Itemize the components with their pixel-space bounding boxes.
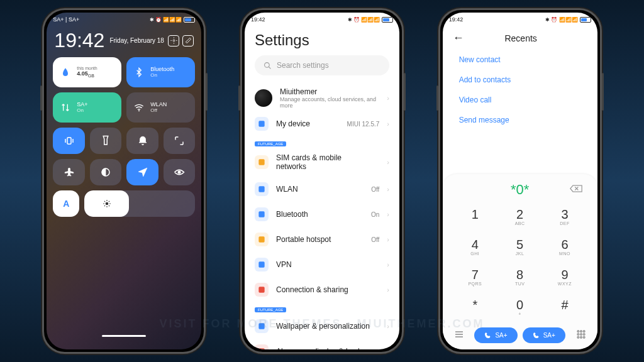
keypad-key[interactable]: 3DEF <box>542 202 587 232</box>
chevron-icon: › <box>387 286 389 293</box>
account-row[interactable]: MiuithemerManage accounts, cloud service… <box>245 82 399 114</box>
mobile-data-icon <box>59 102 72 112</box>
keypad-key[interactable]: # <box>542 292 587 322</box>
keypad-key[interactable]: 0+ <box>497 292 542 322</box>
setting-row[interactable]: WLANOff› <box>245 177 399 202</box>
svg-point-0 <box>173 40 175 41</box>
mobile-data-tile[interactable]: SA+On <box>53 92 121 123</box>
setting-icon <box>255 117 269 131</box>
svg-rect-12 <box>258 261 264 267</box>
status-bar: 19:42 ✱ ⏰ 📶📶📶 <box>245 13 399 26</box>
bluetooth-tile[interactable]: BluetoothOn <box>126 57 195 87</box>
setting-row[interactable]: My deviceMIUI 12.5.7› <box>245 114 399 136</box>
auto-brightness-button[interactable]: A <box>53 190 79 217</box>
screenshot-tile[interactable] <box>164 128 196 154</box>
dialer-screen: 19:42 ✱ ⏰ 📶📶📶 ← Recents New contactAdd t… <box>443 13 597 349</box>
chevron-icon: › <box>387 211 389 218</box>
call-button-sim2[interactable]: SA+ <box>523 327 565 343</box>
setting-row[interactable]: BluetoothOn› <box>245 202 399 227</box>
recents-menu-item[interactable]: Send message <box>443 110 597 130</box>
phone-control-center: SA+ | SA+ ✱ ⏰ 📶📶📶 19:42 Friday, February… <box>42 8 206 354</box>
time-label: 19:42 <box>251 16 265 23</box>
vibrate-tile[interactable] <box>53 128 85 154</box>
svg-point-24 <box>583 336 585 338</box>
keypad: 12ABC3DEF4GHI5JKL6MNO7PQRS8TUV9WXYZ*0+# <box>443 202 597 322</box>
home-indicator[interactable] <box>102 335 146 337</box>
call-button-sim1[interactable]: SA+ <box>474 327 517 343</box>
keypad-key[interactable]: * <box>453 292 497 322</box>
keypad-key[interactable]: 9WXYZ <box>542 262 587 292</box>
svg-point-23 <box>580 336 582 338</box>
edit-icon[interactable] <box>182 35 194 47</box>
setting-icon <box>255 207 269 221</box>
search-icon <box>264 62 272 70</box>
status-bar: 19:42 ✱ ⏰ 📶📶📶 <box>443 13 597 26</box>
setting-row[interactable]: SIM cards & mobile networks› <box>245 148 399 177</box>
keypad-key[interactable]: 4GHI <box>453 232 497 262</box>
back-icon[interactable]: ← <box>453 31 464 45</box>
section-tag: FUTURE_AGE <box>255 307 286 312</box>
recents-menu: New contactAdd to contactsVideo callSend… <box>443 50 597 130</box>
search-input[interactable]: Search settings <box>255 55 389 75</box>
keypad-key[interactable]: 6MNO <box>542 232 587 262</box>
brightness-row: A <box>47 190 201 217</box>
svg-rect-13 <box>258 287 264 292</box>
dnd-tile[interactable] <box>126 128 158 154</box>
dialed-row: *0* <box>443 178 597 202</box>
svg-point-20 <box>580 333 582 335</box>
setting-row[interactable]: Wallpaper & personalization› <box>245 314 399 339</box>
setting-row[interactable]: Always-on display & Lock› <box>245 339 399 349</box>
clock-time: 19:42 <box>54 29 104 52</box>
svg-rect-10 <box>258 211 264 217</box>
svg-point-16 <box>577 331 579 332</box>
large-tiles: this month4.05GB BluetoothOn SA+On WLANO… <box>47 57 201 123</box>
keypad-key[interactable]: 8TUV <box>497 262 542 292</box>
setting-icon <box>255 182 269 196</box>
svg-point-17 <box>580 331 582 332</box>
svg-point-19 <box>577 333 579 335</box>
dark-mode-tile[interactable] <box>90 159 122 185</box>
bluetooth-icon <box>133 67 145 77</box>
recents-menu-item[interactable]: New contact <box>443 50 597 70</box>
keypad-toggle-icon[interactable] <box>576 329 586 342</box>
wifi-icon <box>133 102 145 112</box>
chevron-icon: › <box>387 348 389 349</box>
setting-row[interactable]: VPN› <box>245 252 399 277</box>
settings-screen: 19:42 ✱ ⏰ 📶📶📶 Settings Search settings M… <box>245 13 399 349</box>
location-tile[interactable] <box>126 159 158 185</box>
setting-icon <box>255 344 269 349</box>
chevron-icon: › <box>387 94 389 102</box>
svg-rect-8 <box>258 159 264 165</box>
section-tag: FUTURE_AGE <box>255 141 286 146</box>
settings-title: Settings <box>245 26 399 55</box>
eye-care-tile[interactable] <box>164 159 196 185</box>
clock-date: Friday, February 18 <box>109 37 165 44</box>
setting-icon <box>255 319 269 333</box>
settings-icon[interactable] <box>168 35 179 47</box>
brightness-slider[interactable] <box>84 190 195 217</box>
keypad-key[interactable]: 2ABC <box>497 202 542 232</box>
backspace-button[interactable] <box>570 184 582 195</box>
data-usage-tile[interactable]: this month4.05GB <box>53 57 121 87</box>
wlan-tile[interactable]: WLANOff <box>126 92 195 123</box>
airplane-tile[interactable] <box>53 159 85 185</box>
svg-point-6 <box>265 62 270 67</box>
setting-icon <box>255 258 269 272</box>
keypad-key[interactable]: 7PQRS <box>453 262 497 292</box>
dialer-panel: *0* 12ABC3DEF4GHI5JKL6MNO7PQRS8TUV9WXYZ*… <box>443 174 597 349</box>
flashlight-tile[interactable] <box>90 128 122 154</box>
keypad-key[interactable]: 1 <box>453 202 497 232</box>
search-placeholder: Search settings <box>277 61 329 70</box>
recents-menu-item[interactable]: Add to contacts <box>443 70 597 90</box>
chevron-icon: › <box>387 236 389 243</box>
chevron-icon: › <box>387 185 389 193</box>
dialed-number: *0* <box>511 182 529 198</box>
setting-row[interactable]: Portable hotspotOff› <box>245 227 399 252</box>
recents-title: Recents <box>477 33 565 43</box>
clock-row: 19:42 Friday, February 18 <box>47 26 201 57</box>
menu-icon[interactable] <box>454 329 464 342</box>
setting-row[interactable]: Connection & sharing› <box>245 277 399 302</box>
keypad-key[interactable]: 5JKL <box>497 232 542 262</box>
recents-menu-item[interactable]: Video call <box>443 90 597 110</box>
svg-rect-2 <box>67 138 71 145</box>
